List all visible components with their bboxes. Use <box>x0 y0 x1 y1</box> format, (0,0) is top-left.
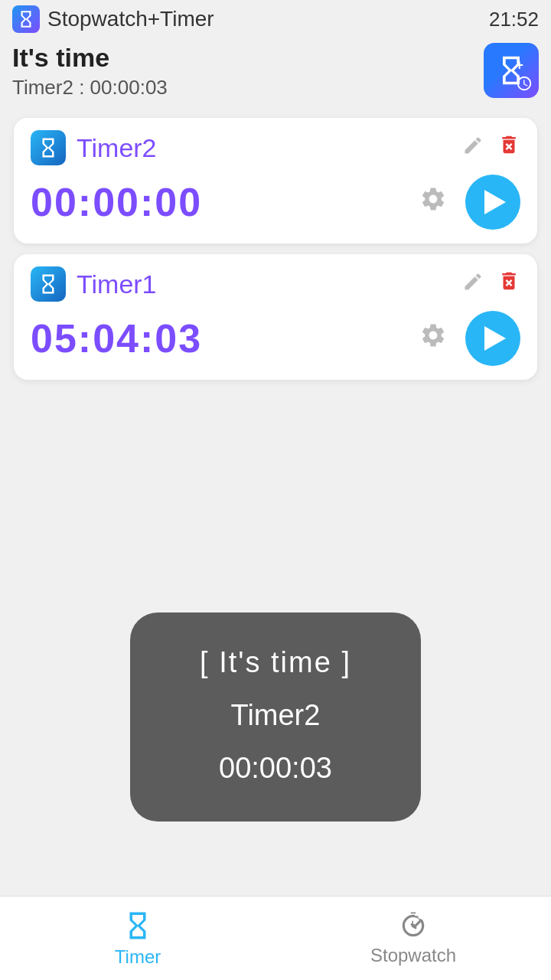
timer-card-timer2: Timer2 00:00:00 <box>14 118 537 243</box>
timer2-icon <box>31 130 66 165</box>
app-name-label: Stopwatch+Timer <box>47 7 489 31</box>
alert-title: [ It's time ] <box>200 646 351 679</box>
play-triangle-icon <box>484 190 506 214</box>
play-triangle-icon-1 <box>484 326 506 351</box>
timer2-footer: 00:00:00 <box>31 175 520 230</box>
timer2-play-button[interactable] <box>465 175 520 230</box>
nav-timer-label: Timer <box>115 946 161 968</box>
timer2-edit-button[interactable] <box>462 134 484 162</box>
alert-elapsed: 00:00:03 <box>219 752 332 785</box>
notification-app-icon[interactable]: + <box>484 43 539 98</box>
timer1-actions <box>462 270 520 299</box>
timer1-play-button[interactable] <box>465 311 520 366</box>
timer1-footer-right <box>419 311 520 366</box>
timer1-icon <box>31 266 66 302</box>
timer2-left: Timer2 <box>31 130 157 165</box>
timer2-delete-button[interactable] <box>497 133 520 162</box>
cards-container: Timer2 00:00:00 <box>0 110 551 387</box>
app-icon <box>12 5 40 33</box>
timer1-settings-button[interactable] <box>419 322 447 356</box>
notification-subtitle: Timer2 : 00:00:03 <box>12 76 484 100</box>
timer2-settings-button[interactable] <box>419 185 447 220</box>
timer2-actions <box>462 133 520 162</box>
timer1-header: Timer1 <box>31 266 520 302</box>
timer-card-timer1: Timer1 05:04:03 <box>14 254 537 380</box>
timer1-delete-button[interactable] <box>497 270 520 299</box>
alert-timer-name: Timer2 <box>231 699 321 732</box>
stopwatch-nav-icon <box>399 911 428 940</box>
timer1-display: 05:04:03 <box>31 315 202 361</box>
timer2-display: 00:00:00 <box>31 179 202 225</box>
timer-nav-icon <box>122 910 154 942</box>
timer2-name: Timer2 <box>77 133 157 163</box>
timer1-footer: 05:04:03 <box>31 311 520 366</box>
timer1-name: Timer1 <box>77 270 157 299</box>
alert-popup[interactable]: [ It's time ] Timer2 00:00:03 <box>130 612 421 822</box>
notification-header: It's time Timer2 : 00:00:03 + <box>0 38 551 110</box>
clock-overlay-icon <box>516 75 533 92</box>
nav-timer[interactable]: Timer <box>0 897 276 980</box>
nav-stopwatch-label: Stopwatch <box>370 945 456 966</box>
notif-plus-icon: + <box>515 58 523 72</box>
notification-text: It's time Timer2 : 00:00:03 <box>12 43 484 100</box>
bottom-nav: Timer Stopwatch <box>0 896 551 980</box>
nav-stopwatch[interactable]: Stopwatch <box>276 897 551 980</box>
status-bar: Stopwatch+Timer 21:52 <box>0 0 551 38</box>
timer2-footer-right <box>419 175 520 230</box>
status-time: 21:52 <box>489 8 539 31</box>
timer1-edit-button[interactable] <box>462 270 484 299</box>
timer1-left: Timer1 <box>31 266 157 302</box>
notification-title: It's time <box>12 43 484 73</box>
timer2-header: Timer2 <box>31 130 520 165</box>
